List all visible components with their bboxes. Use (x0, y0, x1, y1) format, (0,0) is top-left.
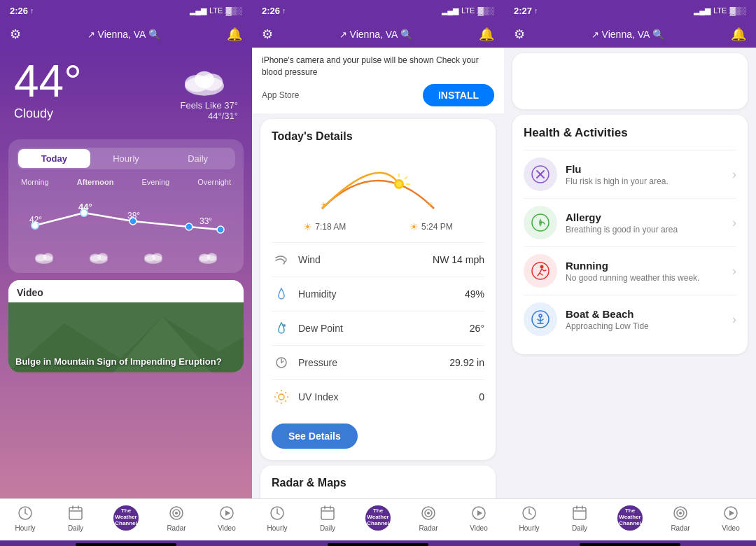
panel-3-health: 2:27 ↑ ▂▄▆ LTE ▓▒░ ⚙ ↗ Vienna, VA 🔍 🔔 He… (504, 0, 756, 546)
location-arrow-icon-3: ↑ (534, 6, 538, 15)
svg-rect-64 (321, 507, 334, 519)
tab-today[interactable]: Today (18, 149, 90, 168)
svg-point-15 (43, 253, 52, 261)
nav-hourly-2[interactable]: Hourly (260, 503, 295, 532)
svg-text:☀: ☀ (427, 201, 433, 209)
health-item-boat[interactable]: Boat & Beach Approaching Low Tide › (524, 295, 736, 343)
svg-text:☀: ☀ (321, 201, 327, 209)
nav-radar-3[interactable]: Radar (663, 503, 698, 532)
nav-radar-1[interactable]: Radar (159, 503, 194, 532)
detail-row-humidity: Humidity 49% (272, 276, 484, 311)
detail-left-humidity: Humidity (272, 284, 336, 304)
sunset-time: ☀ 5:24 PM (410, 221, 453, 232)
bottom-nav-3: Hourly Daily TheWeatherChannel Radar Vid… (504, 498, 756, 540)
health-item-running[interactable]: Running No good running weather this wee… (524, 246, 736, 295)
search-icon[interactable]: 🔍 (148, 29, 160, 40)
panel1-scroll: 44° Cloudy Feels Like 37° 44°/31° (0, 48, 252, 498)
nav-radar-2[interactable]: Radar (411, 503, 446, 532)
svg-point-38 (175, 512, 178, 514)
status-bar-3: 2:27 ↑ ▂▄▆ LTE ▓▒░ (504, 0, 756, 21)
svg-point-48 (283, 324, 286, 327)
health-item-allergy[interactable]: Allergy Breathing is good in your area › (524, 198, 736, 246)
nav-video-2[interactable]: Video (461, 503, 496, 532)
nav-twc-3[interactable]: TheWeatherChannel (612, 505, 648, 531)
bottom-nav-1: Hourly Daily TheWeatherChannel Radar Vid… (0, 498, 252, 540)
install-button[interactable]: INSTALL (423, 84, 494, 106)
tab-hourly[interactable]: Hourly (90, 149, 162, 168)
status-right-3: ▂▄▆ LTE ▓▒░ (694, 6, 746, 15)
panel2-scroll: iPhone's camera and your pulse will be s… (252, 48, 504, 498)
location-arrow-icon: ↑ (30, 6, 34, 15)
nav-video-1[interactable]: Video (209, 503, 244, 532)
sun-times: ☀ 7:18 AM ☀ 5:24 PM (272, 221, 484, 232)
sun-arc-svg: ☀ ☀ (308, 153, 448, 216)
tab-row: Today Hourly Daily (17, 148, 235, 169)
video-card[interactable]: Video Mount Þórðarfjörn, Iceland Google … (8, 280, 244, 372)
svg-point-21 (152, 253, 162, 261)
search-icon-2[interactable]: 🔍 (400, 29, 412, 40)
status-right-1: ▂▄▆ LTE ▓▒░ (190, 6, 242, 15)
uv-icon (272, 387, 291, 407)
running-text: Running No good running weather this wee… (566, 260, 724, 283)
notification-icon-2[interactable]: 🔔 (479, 27, 494, 42)
health-item-flu[interactable]: Flu Flu risk is high in your area. › (524, 150, 736, 198)
nav-hourly-3[interactable]: Hourly (512, 503, 547, 532)
forecast-card: Today Hourly Daily Morning Afternoon Eve… (8, 139, 244, 273)
notification-icon[interactable]: 🔔 (227, 27, 242, 42)
details-title: Today's Details (272, 130, 484, 143)
header-bar-2: ⚙ ↗ Vienna, VA 🔍 🔔 (252, 21, 504, 48)
nav-video-3[interactable]: Video (713, 503, 748, 532)
weather-icons-row (17, 251, 235, 265)
network-label-2: LTE (461, 6, 475, 15)
nav-video-label-3: Video (722, 524, 739, 532)
detail-row-pressure: Pressure 29.92 in (272, 345, 484, 379)
allergy-icon-circle (524, 206, 557, 239)
network-label: LTE (209, 6, 223, 15)
location-arrow-icon-2: ↑ (282, 6, 286, 15)
boat-icon (531, 309, 550, 329)
panel3-scroll: Health & Activities Flu Flu risk is high… (504, 48, 756, 498)
search-icon-3[interactable]: 🔍 (652, 29, 664, 40)
status-time-3: 2:27 ↑ (514, 6, 538, 16)
allergy-text: Allergy Breathing is good in your area (566, 211, 724, 234)
radar-icon (167, 503, 186, 523)
settings-icon-2[interactable]: ⚙ (262, 27, 273, 42)
see-details-button[interactable]: See Details (272, 424, 358, 449)
cloud-icon-3 (142, 251, 164, 265)
svg-marker-40 (225, 510, 230, 516)
weather-main-row: 44° Cloudy Feels Like 37° 44°/31° (14, 59, 238, 121)
nav-daily-3[interactable]: Daily (562, 503, 597, 532)
video-icon (217, 503, 237, 523)
tab-daily[interactable]: Daily (162, 149, 234, 168)
svg-line-60 (276, 400, 277, 401)
cloud-icon-1 (33, 251, 55, 265)
notification-icon-3[interactable]: 🔔 (731, 27, 746, 42)
nav-video-label-2: Video (470, 524, 487, 532)
video-thumbnail[interactable]: Mount Þórðarfjörn, Iceland Google Earth … (8, 302, 244, 372)
radar-title: Radar & Maps (272, 477, 484, 489)
nav-daily-2[interactable]: Daily (310, 503, 345, 532)
nav-twc-2[interactable]: TheWeatherChannel (360, 505, 396, 531)
network-label-3: LTE (713, 6, 727, 15)
flu-name: Flu (566, 163, 724, 175)
nav-radar-label: Radar (167, 524, 186, 532)
weather-main-section: 44° Cloudy Feels Like 37° 44°/31° (0, 48, 252, 132)
app-store-label: App Store (262, 90, 299, 100)
nav-hourly-label-2: Hourly (267, 524, 288, 532)
header-bar-1: ⚙ ↗ Vienna, VA 🔍 🔔 (0, 21, 252, 48)
nav-hourly-1[interactable]: Hourly (8, 503, 43, 532)
nav-daily-1[interactable]: Daily (58, 503, 93, 532)
boat-sub: Approaching Low Tide (566, 321, 724, 331)
settings-icon[interactable]: ⚙ (10, 27, 21, 42)
svg-line-44 (405, 176, 407, 179)
ad-banner-row: App Store INSTALL (262, 84, 494, 106)
nav-radar-label-2: Radar (419, 524, 438, 532)
svg-line-63 (277, 513, 279, 514)
settings-icon-3[interactable]: ⚙ (514, 27, 525, 42)
detail-left-wind: Wind (272, 250, 321, 270)
flu-sub: Flu risk is high in your area. (566, 176, 724, 186)
nav-twc-1[interactable]: TheWeatherChannel (108, 505, 144, 531)
running-icon-circle (524, 254, 557, 288)
health-title: Health & Activities (524, 126, 736, 140)
nav-daily-label-2: Daily (320, 524, 335, 532)
